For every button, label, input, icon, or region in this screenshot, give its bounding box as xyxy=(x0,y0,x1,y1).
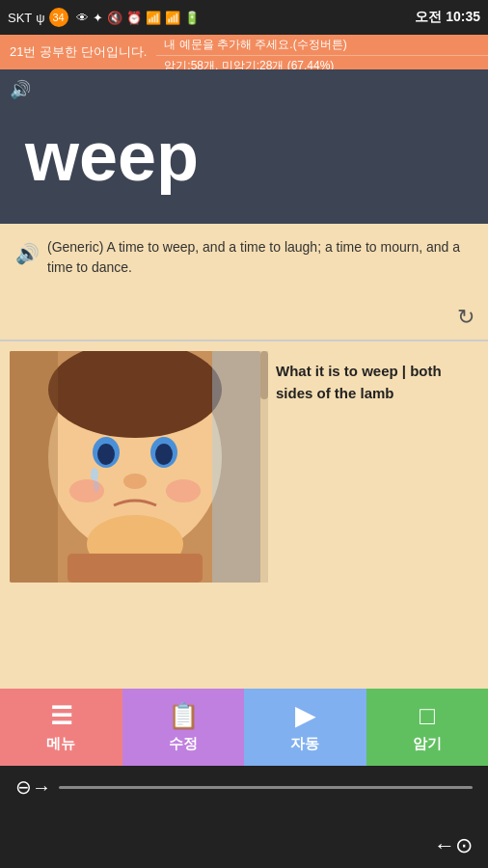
memorize-label: 암기 xyxy=(413,735,442,753)
example-section: 🔊 (Generic) A time to weep, and a time t… xyxy=(0,224,488,339)
signal-bars-icon: 📶 xyxy=(165,11,180,25)
signal-icon: ψ xyxy=(36,11,44,25)
back-row: ←⊙ xyxy=(15,833,473,858)
svg-rect-15 xyxy=(212,351,260,583)
svg-point-9 xyxy=(123,474,147,489)
menu-button[interactable]: ☰ 메뉴 xyxy=(0,689,122,766)
carrier-label: SKT xyxy=(8,11,32,25)
top-info-row: 21번 공부한 단어입니다. 내 예문을 추가해 주세요.(수정버튼) 암기:5… xyxy=(0,35,488,69)
card-title-text: What it is to weep | both sides of the l… xyxy=(268,351,478,583)
card-image xyxy=(10,351,260,583)
scroll-bar[interactable] xyxy=(260,351,268,583)
card-title: What it is to weep | both sides of the l… xyxy=(276,361,471,404)
svg-rect-13 xyxy=(68,554,203,583)
example-sound-icon[interactable]: 🔊 xyxy=(15,239,40,268)
slider-row: ⊖→ xyxy=(15,775,473,799)
word-sound-icon[interactable]: 🔊 xyxy=(10,79,31,100)
svg-point-11 xyxy=(166,479,201,502)
example-text: (Generic) A time to weep, and a time to … xyxy=(47,237,473,278)
slider-track[interactable] xyxy=(59,786,473,789)
memorize-icon: □ xyxy=(420,701,435,731)
menu-icon: ☰ xyxy=(50,701,72,731)
alarm-icon: ⏰ xyxy=(126,11,142,25)
auto-button[interactable]: ▶ 자동 xyxy=(244,689,366,766)
status-bar: SKT ψ 34 👁 ✦ 🔇 ⏰ 📶 📶 🔋 오전 10:35 xyxy=(0,0,488,35)
svg-point-7 xyxy=(91,468,98,481)
battery-icon: 🔋 xyxy=(184,11,200,25)
card-content-row: What it is to weep | both sides of the l… xyxy=(0,341,488,592)
main-word: weep xyxy=(25,117,199,196)
add-example-button[interactable]: 내 예문을 추가해 주세요.(수정버튼) xyxy=(156,35,488,56)
edit-icon: 📋 xyxy=(168,701,199,731)
svg-point-10 xyxy=(69,479,104,502)
edit-label: 수정 xyxy=(169,735,198,753)
refresh-icon[interactable]: ↻ xyxy=(457,305,474,330)
menu-label: 메뉴 xyxy=(46,735,75,753)
studied-count-label: 21번 공부한 단어입니다. xyxy=(0,35,156,69)
memorize-button[interactable]: □ 암기 xyxy=(366,689,489,766)
bottom-bar: ⊖→ ←⊙ xyxy=(0,766,488,868)
volume-off-icon: 🔇 xyxy=(107,11,122,25)
bluetooth-icon: ✦ xyxy=(93,11,103,25)
status-left: SKT ψ 34 👁 ✦ 🔇 ⏰ 📶 📶 🔋 xyxy=(8,8,200,27)
edit-button[interactable]: 📋 수정 xyxy=(122,689,245,766)
slider-left-icon: ⊖→ xyxy=(15,775,51,799)
top-info-right-panel: 내 예문을 추가해 주세요.(수정버튼) 암기:58개, 미암기:28개 (67… xyxy=(156,35,488,69)
auto-label: 자동 xyxy=(290,735,319,753)
time-display: 오전 10:35 xyxy=(415,9,480,26)
svg-point-5 xyxy=(97,444,115,465)
word-display-area: 🔊 weep xyxy=(0,69,488,224)
wifi-icon: 📶 xyxy=(146,11,161,25)
nav-bar: ☰ 메뉴 📋 수정 ▶ 자동 □ 암기 xyxy=(0,689,488,766)
example-text-row: 🔊 (Generic) A time to weep, and a time t… xyxy=(15,237,473,278)
play-icon: ▶ xyxy=(295,701,314,731)
eye-icon: 👁 xyxy=(76,11,89,25)
back-arrow-icon[interactable]: ←⊙ xyxy=(434,833,473,858)
svg-rect-14 xyxy=(10,351,58,583)
scroll-thumb xyxy=(260,351,268,399)
image-card-section: What it is to weep | both sides of the l… xyxy=(0,341,488,592)
notification-badge: 34 xyxy=(49,8,68,27)
svg-point-6 xyxy=(155,444,173,465)
